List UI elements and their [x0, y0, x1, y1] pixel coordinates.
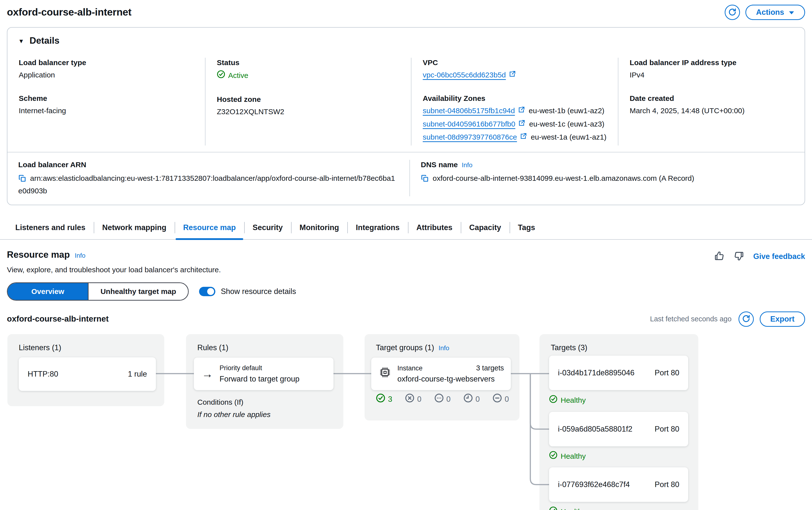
target-instance-id[interactable]: i-077693f62e468c7f4: [558, 479, 630, 490]
dns-value: oxford-course-alb-internet-93814099.eu-w…: [433, 174, 694, 182]
rule-node-default[interactable]: → Priority default Forward to target gro…: [194, 358, 334, 390]
thumbs-down-icon: [733, 250, 745, 262]
refresh-icon: [742, 314, 750, 324]
dns-info-link[interactable]: Info: [462, 161, 472, 170]
field-label: Date created: [630, 93, 793, 103]
status-badge: Active: [217, 70, 249, 81]
details-column-3: VPC vpc-06bc055c6dd623b5d Availability Z…: [411, 58, 618, 146]
target-health-status: Healthy: [549, 506, 586, 510]
map-heading-row: oxford-course-alb-internet Last fetched …: [7, 311, 805, 327]
tab-tags[interactable]: Tags: [510, 217, 544, 239]
refresh-icon: [728, 8, 736, 17]
show-resource-details-toggle[interactable]: [199, 287, 215, 296]
details-expander[interactable]: ▼ Details: [7, 34, 805, 47]
target-port: Port 80: [655, 479, 679, 490]
resource-map-info-link[interactable]: Info: [75, 251, 85, 260]
target-node[interactable]: i-077693f62e468c7f4 Port 80: [549, 467, 688, 502]
header-actions: Actions: [725, 5, 805, 20]
subnet-link[interactable]: subnet-08d997397760876ce: [423, 132, 527, 142]
external-link-icon: [509, 70, 516, 80]
view-segmented-control: Overview Unhealthy target map: [7, 282, 189, 301]
map-title: oxford-course-alb-internet: [7, 313, 109, 325]
target-port: Port 80: [655, 424, 679, 434]
rule-conditions: Conditions (If) If no other rule applies: [197, 397, 270, 420]
tab-monitoring[interactable]: Monitoring: [291, 217, 347, 239]
target-health-status: Healthy: [549, 395, 586, 406]
clock-circle-icon: [463, 393, 473, 406]
details-bottom-row: Load balancer ARN arn:aws:elasticloadbal…: [7, 160, 805, 197]
targets-panel-title: Targets (3): [540, 334, 698, 353]
tab-network-mapping[interactable]: Network mapping: [94, 217, 175, 239]
subnet-link[interactable]: subnet-04806b5175fb1c94d: [423, 106, 525, 116]
subnet-link[interactable]: subnet-0d4059616b677bfb0: [423, 119, 525, 129]
field-value: March 4, 2025, 14:48 (UTC+00:00): [630, 106, 793, 116]
target-groups-panel: Target groups (1) Info: [365, 334, 519, 420]
listener-protocol[interactable]: HTTP:80: [28, 369, 58, 379]
rules-panel: Rules (1) → Priority default Forward to …: [186, 334, 343, 429]
copy-icon[interactable]: [18, 174, 26, 185]
field-value: Application: [19, 70, 194, 80]
target-instance-id[interactable]: i-03d4b171de8895046: [558, 368, 634, 378]
details-divider: [7, 152, 805, 152]
check-circle-icon: [376, 393, 385, 406]
give-feedback-link[interactable]: Give feedback: [753, 251, 805, 262]
arn-value: arn:aws:elasticloadbalancing:eu-west-1:7…: [18, 174, 395, 195]
az-zone: eu-west-1b (euw1-az2): [529, 106, 605, 116]
target-instance-id[interactable]: i-059a6d805a58801f2: [558, 424, 632, 434]
unhealthy-count: 0: [405, 393, 421, 406]
field-value: IPv4: [630, 70, 793, 80]
toggle-knob: [207, 288, 214, 295]
details-panel: ▼ Details Load balancer type Application…: [7, 27, 805, 205]
check-circle-icon: [549, 395, 557, 406]
target-group-name[interactable]: oxford-course-tg-webservers: [397, 374, 504, 384]
target-group-target-count: 3 targets: [476, 363, 504, 373]
target-group-type: Instance: [397, 364, 423, 372]
listeners-panel-title: Listeners (1): [7, 334, 164, 353]
actions-button-label: Actions: [756, 8, 784, 17]
tab-security[interactable]: Security: [244, 217, 291, 239]
external-link-icon: [520, 132, 527, 142]
segment-unhealthy-target-map[interactable]: Unhealthy target map: [88, 283, 188, 300]
field-label: Hosted zone: [217, 94, 400, 104]
target-health-status: Healthy: [549, 451, 586, 462]
listener-node-http-80[interactable]: HTTP:80 1 rule: [19, 357, 156, 391]
rule-conditions-value: If no other rule applies: [197, 410, 270, 420]
rule-priority: Priority default: [220, 363, 299, 372]
check-circle-icon: [549, 506, 557, 510]
show-resource-details-label: Show resource details: [221, 286, 296, 297]
tab-listeners-and-rules[interactable]: Listeners and rules: [7, 217, 94, 239]
page-header: oxford-course-alb-internet Actions: [7, 0, 805, 21]
thumbs-down-button[interactable]: [733, 250, 745, 262]
thumbs-up-button[interactable]: [714, 250, 725, 262]
rules-panel-title: Rules (1): [186, 334, 343, 353]
az-row: subnet-04806b5175fb1c94d eu-west-1b (euw…: [423, 106, 607, 116]
resource-map-header: Resource map Info View, explore, and tro…: [7, 248, 805, 275]
field-value: Internet-facing: [19, 106, 194, 116]
external-link-icon: [518, 106, 525, 116]
segment-overview[interactable]: Overview: [8, 283, 88, 300]
target-node[interactable]: i-059a6d805a58801f2 Port 80: [549, 412, 688, 446]
resource-map-title: Resource map: [7, 248, 70, 261]
field-label: VPC: [423, 58, 607, 68]
tab-attributes[interactable]: Attributes: [408, 217, 461, 239]
actions-button[interactable]: Actions: [746, 5, 805, 20]
details-column-4: Load balancer IP address type IPv4 Date …: [618, 58, 805, 146]
vpc-link[interactable]: vpc-06bc055c6dd623b5d: [423, 70, 516, 80]
tab-capacity[interactable]: Capacity: [461, 217, 509, 239]
refresh-button[interactable]: [725, 5, 740, 20]
healthy-count: 3: [376, 393, 392, 406]
field-label: Scheme: [19, 93, 194, 103]
target-groups-info-link[interactable]: Info: [439, 344, 449, 352]
target-group-node[interactable]: Instance 3 targets oxford-course-tg-webs…: [371, 358, 511, 390]
draining-count: 0: [434, 393, 451, 406]
view-controls: Overview Unhealthy target map Show resou…: [7, 282, 805, 301]
last-fetched-text: Last fetched seconds ago: [650, 314, 732, 324]
target-node[interactable]: i-03d4b171de8895046 Port 80: [549, 356, 688, 390]
tab-integrations[interactable]: Integrations: [347, 217, 408, 239]
copy-icon[interactable]: [421, 174, 429, 185]
map-refresh-button[interactable]: [738, 311, 754, 327]
az-row: subnet-08d997397760876ce eu-west-1a (euw…: [423, 132, 607, 142]
target-group-health-summary: 3 0 0 0: [376, 393, 509, 406]
tab-resource-map[interactable]: Resource map: [175, 217, 244, 239]
export-button[interactable]: Export: [760, 311, 805, 327]
